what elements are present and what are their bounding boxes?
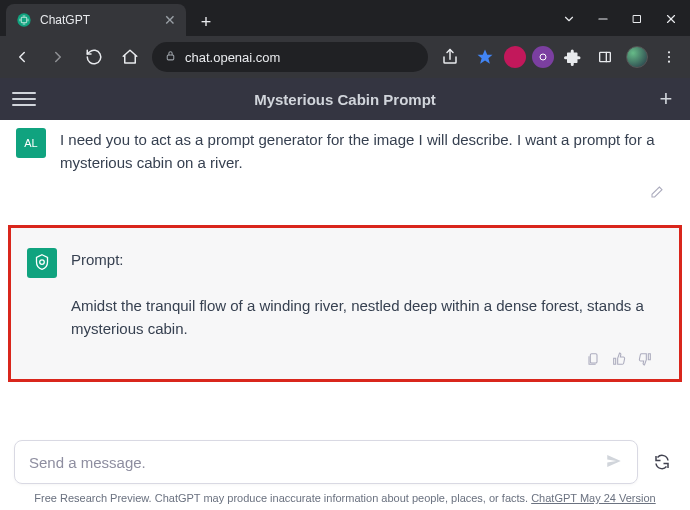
page-title: Mysterious Cabin Prompt [36, 91, 654, 108]
assistant-message: Prompt: Amidst the tranquil flow of a wi… [11, 228, 679, 347]
svg-point-12 [668, 56, 670, 58]
regenerate-button[interactable] [648, 448, 676, 476]
assistant-heading: Prompt: [71, 248, 659, 271]
svg-rect-2 [634, 16, 641, 23]
app-header: Mysterious Cabin Prompt + [0, 78, 690, 120]
footer-version-link[interactable]: ChatGPT May 24 Version [531, 492, 656, 504]
svg-point-13 [668, 61, 670, 63]
assistant-avatar [27, 248, 57, 278]
titlebar: ChatGPT ✕ + [0, 0, 690, 36]
user-message-text: I need you to act as a prompt generator … [60, 126, 670, 175]
assistant-message-text: Amidst the tranquil flow of a winding ri… [71, 294, 659, 341]
extension-purple-icon[interactable] [532, 46, 554, 68]
send-button[interactable] [605, 452, 623, 473]
tab-title: ChatGPT [40, 13, 90, 27]
extension-pink-icon[interactable] [504, 46, 526, 68]
browser-menu-icon[interactable] [656, 44, 682, 70]
browser-window: ChatGPT ✕ + [0, 0, 690, 510]
back-button[interactable] [8, 43, 36, 71]
assistant-message-actions [11, 347, 679, 379]
url-text: chat.openai.com [185, 50, 280, 65]
user-message: AL I need you to act as a prompt generat… [0, 120, 690, 181]
copy-icon[interactable] [585, 351, 601, 371]
svg-marker-7 [478, 50, 493, 64]
svg-point-11 [668, 51, 670, 53]
user-message-actions [0, 181, 690, 213]
highlight-box: Prompt: Amidst the tranquil flow of a wi… [8, 225, 682, 382]
toolbar-icons [472, 44, 682, 70]
svg-point-0 [17, 13, 30, 26]
footer-text: Free Research Preview. ChatGPT may produ… [34, 492, 531, 504]
tab-strip: ChatGPT ✕ + [0, 0, 550, 36]
message-input[interactable]: Send a message. [14, 440, 638, 484]
new-tab-button[interactable]: + [192, 8, 220, 36]
edit-icon[interactable] [648, 185, 664, 205]
reload-button[interactable] [80, 43, 108, 71]
side-panel-icon[interactable] [592, 44, 618, 70]
forward-button[interactable] [44, 43, 72, 71]
window-maximize-button[interactable] [624, 8, 650, 30]
window-close-button[interactable] [658, 8, 684, 30]
home-button[interactable] [116, 43, 144, 71]
thumbs-down-icon[interactable] [637, 351, 653, 371]
address-bar[interactable]: chat.openai.com [152, 42, 428, 72]
tab-search-icon[interactable] [556, 8, 582, 30]
composer-area: Send a message. [0, 430, 690, 488]
browser-tab[interactable]: ChatGPT ✕ [6, 4, 186, 36]
sidebar-toggle-button[interactable] [12, 87, 36, 111]
tab-close-icon[interactable]: ✕ [164, 12, 176, 28]
bookmark-star-icon[interactable] [472, 44, 498, 70]
browser-toolbar: chat.openai.com [0, 36, 690, 78]
svg-point-14 [40, 259, 45, 264]
lock-icon [164, 49, 177, 65]
window-minimize-button[interactable] [590, 8, 616, 30]
user-avatar: AL [16, 128, 46, 158]
thumbs-up-icon[interactable] [611, 351, 627, 371]
chatgpt-favicon-icon [16, 12, 32, 28]
extensions-puzzle-icon[interactable] [560, 44, 586, 70]
profile-avatar-icon[interactable] [624, 44, 650, 70]
svg-rect-15 [590, 353, 597, 362]
assistant-message-body: Prompt: Amidst the tranquil flow of a wi… [71, 246, 659, 341]
share-icon[interactable] [436, 43, 464, 71]
footer: Free Research Preview. ChatGPT may produ… [0, 488, 690, 510]
svg-rect-9 [600, 52, 611, 61]
new-chat-button[interactable]: + [654, 87, 678, 111]
conversation: AL I need you to act as a prompt generat… [0, 120, 690, 430]
svg-point-8 [540, 54, 546, 60]
window-controls [550, 8, 690, 36]
message-input-placeholder: Send a message. [29, 454, 146, 471]
svg-rect-5 [167, 55, 174, 60]
